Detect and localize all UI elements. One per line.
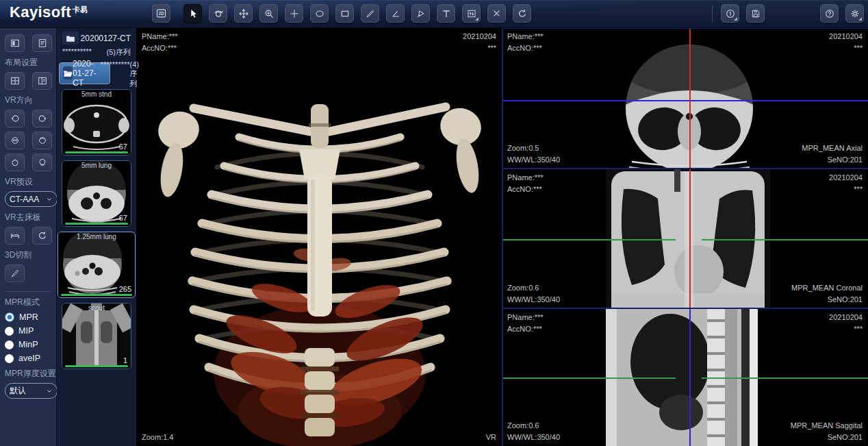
ellipse-measure-button[interactable]	[310, 4, 329, 23]
mpr-mode-option-mip[interactable]: MIP	[5, 326, 56, 336]
grid-button-row	[5, 72, 56, 90]
head-left-icon	[10, 113, 21, 124]
crosshair-tool-button[interactable]	[285, 4, 303, 23]
reset-view-button[interactable]	[513, 4, 531, 23]
cobb-angle-button[interactable]	[411, 4, 430, 23]
mpr-mode-option-minp[interactable]: MinP	[5, 340, 56, 349]
pan-icon	[238, 8, 249, 19]
2d-mode-icon: 2D	[155, 8, 167, 19]
study-series-count: (5)序列	[107, 47, 131, 58]
secondary-toolbar	[712, 4, 765, 23]
split-layout-button[interactable]	[32, 72, 52, 90]
sagittal-mode-overlay: MPR_MEAN Saggital SeNO:201	[791, 420, 863, 443]
window-level-preset-button[interactable]	[462, 4, 481, 23]
sagittal-crosshair-horizontal-right[interactable]	[702, 377, 868, 379]
series-thumbnail-scout[interactable]: scout 1	[62, 303, 131, 369]
axial-crosshair-vertical[interactable]	[689, 27, 691, 169]
report-button[interactable]	[721, 4, 739, 23]
help-button[interactable]	[820, 4, 839, 23]
vr-patient-overlay: PName:*** AccNO:***	[142, 31, 178, 53]
mpr-column: PName:*** AccNO:*** 20210204 *** Zoom:0.…	[502, 27, 868, 446]
coronal-crosshair-vertical[interactable]	[689, 169, 691, 308]
axial-crosshair-horizontal[interactable]	[502, 100, 868, 101]
pointer-tool-button[interactable]	[183, 4, 202, 23]
2d-mode-button[interactable]: 2D	[152, 4, 170, 23]
accession-number: AccNO:***	[507, 42, 544, 54]
series-number: SeNO:201	[791, 294, 863, 306]
coronal-window-overlay: Zoom:0.6 WW/WL:350/40	[507, 282, 560, 305]
vr-3d-viewport[interactable]: PName:*** AccNO:*** 20210204 *** Zoom:1.…	[136, 27, 502, 446]
folder-open-icon	[63, 66, 73, 79]
series-thumbnail-125mm-lung[interactable]: 1.25mm lung 265	[58, 232, 136, 298]
pointer-icon	[188, 8, 199, 19]
mpr-mode-label: MPR_MEAN Coronal	[791, 282, 863, 294]
zoom-tool-button[interactable]	[259, 4, 278, 23]
delete-annotation-button[interactable]	[487, 4, 506, 23]
toolbar-divider	[712, 5, 713, 22]
ellipse-icon	[314, 8, 325, 19]
vr-reset-button[interactable]	[32, 227, 52, 245]
left-tool-sidebar: 布局设置 VR方向 VR预设	[0, 27, 57, 446]
vr-head-left-button[interactable]	[5, 110, 25, 127]
text-annotation-button[interactable]	[437, 4, 455, 23]
vr-head-superior-button[interactable]	[5, 153, 25, 171]
remove-bed-button[interactable]	[5, 227, 25, 245]
settings-button[interactable]	[845, 4, 864, 23]
pencil-icon	[365, 8, 376, 19]
pencil-draw-button[interactable]	[361, 4, 379, 23]
thumbnail-progress-bar	[65, 151, 128, 153]
vr-preset-select[interactable]: CT-AAA	[5, 191, 58, 207]
sagittal-crosshair-horizontal-left[interactable]	[502, 377, 676, 379]
axial-window-overlay: Zoom:0.5 WW/WL:350/40	[507, 143, 560, 165]
thumbnail-progress-bar	[65, 365, 128, 367]
study-patient-masked: **********	[62, 47, 92, 58]
coronal-crosshair-horizontal-right[interactable]	[702, 239, 868, 240]
angle-measure-button[interactable]	[386, 4, 405, 23]
app-logo: Kayisoft卡易	[10, 3, 88, 21]
vr-head-front-button[interactable]	[5, 132, 25, 149]
pan-tool-button[interactable]	[234, 4, 253, 23]
mpr-coronal-view[interactable]: PName:*** AccNO:*** 20210204 *** Zoom:0.…	[502, 169, 868, 308]
series-thumbnail-5mm-lung[interactable]: 5mm lung 67	[62, 160, 131, 227]
series-thumbnail-5mm-stnd[interactable]: 5mm stnd 67	[62, 89, 131, 156]
patient-name: PName:***	[507, 312, 544, 323]
view-border-mid1	[502, 168, 868, 169]
main-toolbar: 2D	[152, 4, 531, 23]
mpr-thickness-select[interactable]: 默认	[5, 383, 58, 399]
vr-head-inferior-button[interactable]	[32, 153, 52, 171]
patient-name: PName:***	[507, 31, 544, 42]
study-patient-masked: **********	[101, 60, 130, 89]
vr-head-right-button[interactable]	[32, 110, 52, 127]
study-item[interactable]: 20200127-CT ********** (5)序列	[59, 29, 134, 61]
mpr-sagittal-view[interactable]: PName:*** AccNO:*** 20210204 *** Zoom:0.…	[502, 308, 868, 446]
coronal-study-overlay: 20210204 ***	[829, 172, 863, 195]
orbit-rotate-button[interactable]	[209, 4, 227, 23]
layout-section-label: 布局设置	[5, 57, 56, 69]
sagittal-crosshair-vertical[interactable]	[689, 308, 691, 446]
layout-report-button[interactable]	[32, 34, 52, 52]
scalpel-cut-button[interactable]	[5, 264, 25, 282]
study-date: 20210204	[829, 312, 863, 323]
axial-mode-overlay: MPR_MEAN Axial SeNO:201	[802, 143, 863, 165]
vr-head-back-button[interactable]	[32, 132, 52, 149]
close-x-icon	[492, 8, 502, 18]
coronal-crosshair-horizontal-left[interactable]	[502, 239, 676, 240]
axial-study-overlay: 20210204 ***	[829, 31, 863, 53]
reset-rotate-icon	[37, 230, 48, 241]
radio-label: MIP	[18, 326, 34, 336]
masked-value: ***	[829, 42, 863, 54]
vr-preset-value: CT-AAA	[10, 195, 39, 204]
accession-number: AccNO:***	[507, 184, 544, 195]
study-item-selected[interactable]: 2020-01-27-CT ********** (4)序列	[59, 62, 110, 84]
study-series-count: (4)序列	[130, 60, 139, 89]
window-toolbar	[820, 4, 864, 23]
grid-2x2-layout-button[interactable]	[5, 72, 25, 90]
layout-current-button[interactable]	[5, 34, 25, 52]
mpr-mode-option-aveip[interactable]: aveIP	[5, 354, 56, 363]
save-button[interactable]	[746, 4, 765, 23]
mpr-mode-option-mpr[interactable]: MPR	[5, 312, 56, 322]
rect-measure-button[interactable]	[335, 4, 354, 23]
mpr-axial-view[interactable]: PName:*** AccNO:*** 20210204 *** Zoom:0.…	[502, 27, 868, 169]
cut3d-row	[5, 264, 56, 282]
vr-direction-row-1	[5, 110, 56, 127]
